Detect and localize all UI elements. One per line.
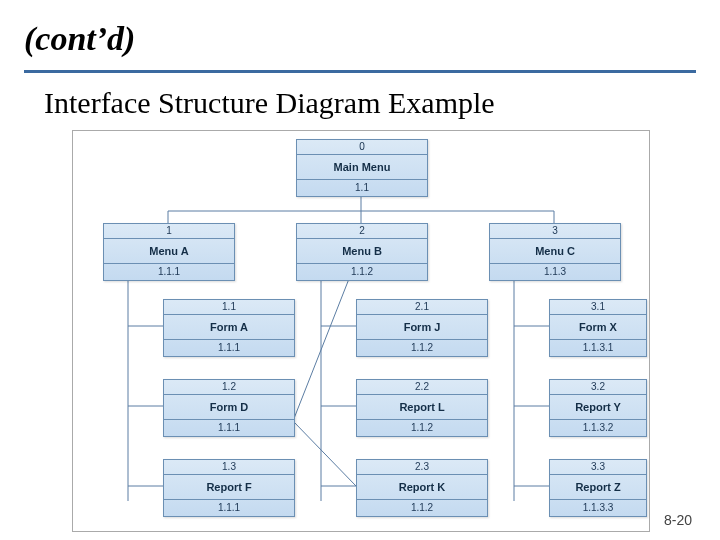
node-title: Form J [357,315,487,340]
node-id: 3 [490,224,620,239]
node-ref: 1.1.2 [357,500,487,516]
node-id: 1 [104,224,234,239]
node-ref: 1.1.3.3 [550,500,646,516]
svg-line-18 [293,421,356,486]
header-rule [24,70,696,73]
node-report-y: 3.2 Report Y 1.1.3.2 [549,379,647,437]
node-id: 0 [297,140,427,155]
node-ref: 1.1.1 [164,500,294,516]
diagram-canvas: 0 Main Menu 1.1 1 Menu A 1.1.1 2 Menu B … [72,130,650,532]
node-title: Menu C [490,239,620,264]
node-form-d: 1.2 Form D 1.1.1 [163,379,295,437]
node-title: Report Y [550,395,646,420]
node-ref: 1.1.1 [164,420,294,436]
svg-line-17 [293,261,356,421]
node-form-j: 2.1 Form J 1.1.2 [356,299,488,357]
node-id: 1.3 [164,460,294,475]
node-ref: 1.1.3.2 [550,420,646,436]
slide-header: (cont’d) [24,20,135,58]
node-id: 2 [297,224,427,239]
node-ref: 1.1.2 [297,264,427,280]
node-title: Report Z [550,475,646,500]
node-id: 3.3 [550,460,646,475]
node-menu-c: 3 Menu C 1.1.3 [489,223,621,281]
node-id: 1.1 [164,300,294,315]
node-main-menu: 0 Main Menu 1.1 [296,139,428,197]
node-report-k: 2.3 Report K 1.1.2 [356,459,488,517]
node-id: 3.2 [550,380,646,395]
node-title: Main Menu [297,155,427,180]
node-title: Report F [164,475,294,500]
node-form-a: 1.1 Form A 1.1.1 [163,299,295,357]
node-title: Form X [550,315,646,340]
node-title: Menu A [104,239,234,264]
node-ref: 1.1.3 [490,264,620,280]
node-report-l: 2.2 Report L 1.1.2 [356,379,488,437]
node-ref: 1.1.1 [104,264,234,280]
node-ref: 1.1.1 [164,340,294,356]
node-report-f: 1.3 Report F 1.1.1 [163,459,295,517]
node-id: 2.2 [357,380,487,395]
node-ref: 1.1.2 [357,340,487,356]
node-id: 2.3 [357,460,487,475]
node-title: Report K [357,475,487,500]
page-number: 8-20 [664,512,692,528]
node-report-z: 3.3 Report Z 1.1.3.3 [549,459,647,517]
node-ref: 1.1 [297,180,427,196]
node-id: 2.1 [357,300,487,315]
node-id: 3.1 [550,300,646,315]
node-ref: 1.1.2 [357,420,487,436]
node-menu-a: 1 Menu A 1.1.1 [103,223,235,281]
node-menu-b: 2 Menu B 1.1.2 [296,223,428,281]
node-title: Form A [164,315,294,340]
slide-subtitle: Interface Structure Diagram Example [44,86,495,120]
node-title: Menu B [297,239,427,264]
node-form-x: 3.1 Form X 1.1.3.1 [549,299,647,357]
node-title: Report L [357,395,487,420]
node-id: 1.2 [164,380,294,395]
node-ref: 1.1.3.1 [550,340,646,356]
node-title: Form D [164,395,294,420]
